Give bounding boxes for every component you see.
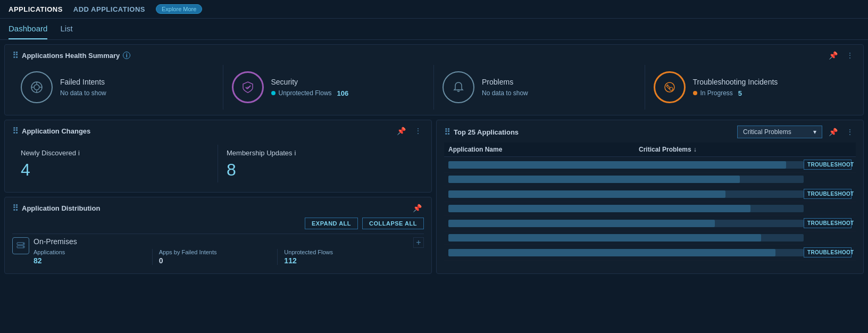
right-column: ⠿ Top 25 Applications Critical Problems …: [436, 120, 864, 274]
unprotected-flows-dot: [271, 91, 276, 95]
dist-actions: EXPAND ALL COLLAPSE ALL: [12, 218, 424, 229]
expand-all-button[interactable]: EXPAND ALL: [305, 218, 358, 229]
collapse-all-button[interactable]: COLLAPSE ALL: [362, 218, 424, 229]
troubleshooting-icon-circle: [654, 71, 686, 103]
info-icon[interactable]: i: [123, 52, 130, 59]
top25-section: ⠿ Top 25 Applications Critical Problems …: [436, 120, 864, 274]
top25-row-7: TROUBLESHOOT: [444, 245, 856, 261]
membership-updates-label: Membership Updates: [227, 149, 293, 157]
bar-fill-5: [448, 220, 715, 227]
bar-cell-7: [448, 249, 804, 256]
more-button-top25[interactable]: ⋮: [844, 127, 856, 137]
bar-cell-3: [448, 190, 804, 198]
newly-discovered-label: Newly Discovered: [21, 149, 76, 157]
drag-icon-top25: ⠿: [444, 127, 450, 137]
unprotected-flows-label: Unprotected Flows: [279, 89, 332, 97]
problems-value: No data to show: [482, 89, 636, 97]
svg-point-11: [670, 87, 673, 90]
dropdown-value: Critical Problems: [743, 128, 791, 136]
sort-icon[interactable]: ↓: [694, 146, 697, 153]
col-app-name: Application Name: [448, 146, 639, 153]
pin-button-dist[interactable]: 📌: [411, 203, 424, 213]
col-critical-label: Critical Problems: [639, 146, 691, 153]
stat-failed-intents-label: Apps by Failed Intents: [159, 249, 271, 255]
tab-dashboard[interactable]: Dashboard: [9, 19, 47, 39]
nav-add-applications[interactable]: ADD APPLICATIONS: [73, 5, 145, 13]
nav-applications[interactable]: APPLICATIONS: [9, 5, 63, 13]
on-premises-expand[interactable]: +: [413, 237, 424, 248]
pin-button-top25[interactable]: 📌: [827, 127, 840, 137]
stat-failed-intents-value: 0: [159, 256, 271, 265]
app-distribution-header: ⠿ Application Distribution 📌: [12, 203, 424, 213]
left-column: ⠿ Application Changes 📌 ⋮ Newly Discover…: [4, 120, 432, 274]
troubleshoot-btn-3[interactable]: TROUBLESHOOT: [804, 189, 852, 199]
membership-updates-title: Membership Updates i: [227, 149, 415, 157]
svg-point-8: [247, 87, 248, 88]
bar-cell-2: [448, 176, 804, 183]
app-changes-title-group: ⠿ Application Changes: [12, 126, 90, 136]
bar-cell-5: [448, 220, 804, 227]
health-card-troubleshooting: Troubleshooting Incidents In Progress 5: [645, 65, 856, 110]
shield-icon: [241, 80, 255, 94]
failed-intents-info: Failed Intents No data to show: [60, 78, 214, 97]
on-premises-stats: Applications 82 Apps by Failed Intents 0…: [34, 249, 409, 265]
bar-cell-6: [448, 234, 804, 242]
security-metric: Unprotected Flows 106: [271, 89, 425, 97]
security-info: Security Unprotected Flows 106: [271, 78, 425, 97]
info-icon-newly[interactable]: i: [78, 149, 80, 157]
bar-fill-4: [448, 205, 750, 212]
stat-unprotected-flows-label: Unprotected Flows: [284, 249, 396, 255]
top25-row-5: TROUBLESHOOT: [444, 215, 856, 231]
tab-list[interactable]: List: [60, 19, 72, 39]
critical-problems-dropdown[interactable]: Critical Problems ▾: [737, 126, 822, 138]
top-nav: APPLICATIONS ADD APPLICATIONS Explore Mo…: [0, 0, 868, 19]
health-card-failed-intents: Failed Intents No data to show: [12, 65, 223, 110]
stat-applications: Applications 82: [34, 249, 153, 265]
stat-unprotected-flows: Unprotected Flows 112: [284, 249, 403, 265]
stat-failed-intents: Apps by Failed Intents 0: [159, 249, 278, 265]
health-summary-title: Applications Health Summary: [22, 52, 120, 60]
pin-button[interactable]: 📌: [827, 50, 840, 61]
bell-icon: [452, 80, 465, 94]
bar-fill-2: [448, 176, 740, 183]
newly-discovered: Newly Discovered i 4: [12, 145, 218, 182]
troubleshoot-btn-5[interactable]: TROUBLESHOOT: [804, 218, 852, 228]
stat-unprotected-flows-value: 112: [284, 256, 396, 265]
health-card-problems: Problems No data to show: [434, 65, 645, 110]
pin-button-changes[interactable]: 📌: [395, 126, 408, 136]
explore-more-button[interactable]: Explore More: [156, 4, 202, 14]
more-button[interactable]: ⋮: [844, 50, 856, 61]
troubleshoot-btn-1[interactable]: TROUBLESHOOT: [804, 160, 852, 170]
troubleshoot-btn-7[interactable]: TROUBLESHOOT: [804, 247, 852, 257]
problems-label: Problems: [482, 78, 636, 86]
app-distribution-actions: 📌: [411, 203, 424, 213]
health-summary-title-group: ⠿ Applications Health Summary i: [12, 51, 130, 61]
unprotected-flows-value: 106: [337, 89, 349, 97]
bar-fill-6: [448, 234, 761, 242]
failed-intents-label: Failed Intents: [60, 78, 214, 86]
top25-title-group: ⠿ Top 25 Applications: [444, 127, 519, 137]
col-critical: Critical Problems ↓: [639, 146, 798, 153]
in-progress-value: 5: [738, 89, 742, 97]
stat-applications-label: Applications: [34, 249, 146, 255]
chevron-down-icon: ▾: [813, 128, 816, 136]
changes-grid: Newly Discovered i 4 Membership Updates …: [12, 140, 424, 187]
problems-info: Problems No data to show: [482, 78, 636, 97]
main-content: ⠿ Applications Health Summary i 📌 ⋮: [0, 44, 868, 278]
membership-updates: Membership Updates i 8: [218, 145, 424, 182]
app-changes-actions: 📌 ⋮: [395, 126, 424, 136]
drag-icon-changes: ⠿: [12, 126, 19, 136]
in-progress-label: In Progress: [700, 89, 733, 97]
app-distribution-section: ⠿ Application Distribution 📌 EXPAND ALL …: [4, 197, 432, 274]
server-icon: [16, 241, 26, 251]
wrench-icon: [663, 80, 677, 94]
bar-cell-1: [448, 161, 804, 169]
on-premises-info: On-Premises Applications 82 Apps by Fail…: [34, 237, 409, 265]
info-icon-membership[interactable]: i: [295, 149, 296, 157]
stat-applications-value: 82: [34, 256, 146, 265]
health-summary-header: ⠿ Applications Health Summary i 📌 ⋮: [12, 50, 856, 61]
security-icon-circle: [232, 71, 264, 103]
svg-point-1: [34, 85, 39, 90]
top25-row-3: TROUBLESHOOT: [444, 186, 856, 202]
more-button-changes[interactable]: ⋮: [412, 126, 424, 136]
